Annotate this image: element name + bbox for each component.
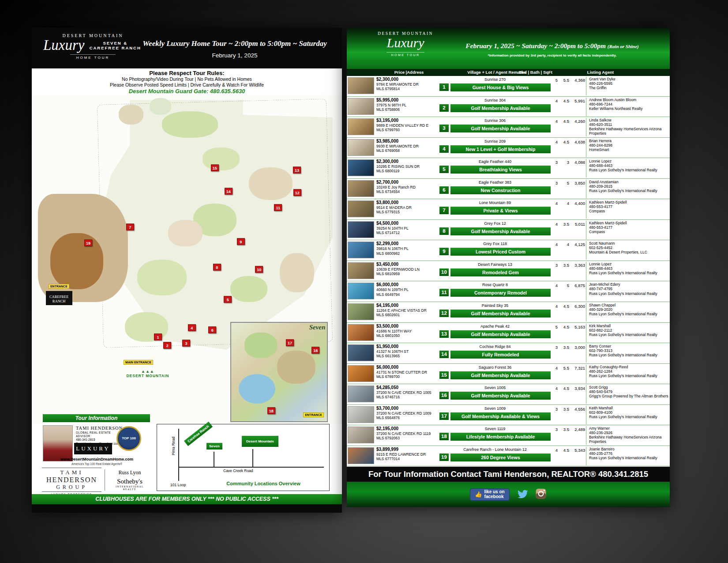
desert-mountain-box: Desert Mountain [242,436,278,447]
listing-photo [348,303,374,320]
listing-bath: 4.5 [558,386,569,391]
listing-remark-banner: Breathtaking Views [450,166,551,174]
listing-photo [348,200,374,217]
listing-mls: MLS 6758806 [376,107,439,112]
listing-village: Lone Mountain 89 [439,200,551,205]
listing-stats: 3 3 4,088 [551,159,586,165]
entrance-label-west: ENTRANCE [49,284,69,289]
listing-remark-banner: Lifestyle Membership Available [450,433,551,441]
listing-remark-banner: Golf Membership Available [450,371,551,379]
road-stem [252,449,253,467]
listing-brokerage: Russ Lyon Sotheby's International Realty [589,374,670,378]
listing-brokerage: Russ Lyon Sotheby's International Realty [589,168,670,172]
map-marker: 11 [274,204,282,211]
tour-stop-number: 13 [439,330,449,338]
listing-bed: 5 [551,325,558,329]
thumbs-up-icon: 👍 [475,491,482,498]
seven-logo: Seven [309,324,326,331]
listing-address: 10295 E RISING SUN DR [376,164,439,169]
listing-agent-phone: 480-226-5595 [589,81,670,86]
listing-mls: MLS 6795814 [376,87,439,91]
brand-logo: DESERT MOUNTAIN Luxury SEVEN & CAREFREE … [43,33,143,60]
listing-stats: 4 4.5 4,260 [551,118,586,124]
carefree-ranch-box: Carefree Ranch [184,422,213,446]
mountain-trees-icon: ▲▲▲ [126,370,169,374]
listing-agent-phone: 480-696-7244 [589,102,670,106]
listing-sqft: 4,400 [569,201,585,206]
listing-price: $4,195,000 [376,303,439,308]
map-marker: 1 [154,334,162,340]
listing-stats: 3 3.5 3,000 [551,344,586,350]
map-marker: 9 [237,238,245,245]
seven-inset-map: Seven [230,322,328,422]
listing-sqft: 5,163 [569,325,585,329]
listing-address: 37200 N CAVE CREEK RD 1005 [376,390,439,395]
map-golf-area [230,276,267,302]
listing-photo [348,406,374,423]
listing-mls: MLS 6802601 [376,313,439,317]
listing-remark-banner: Golf Membership Available [450,330,551,338]
listing-row: $4,195,000 11264 E APACHE VISTAS DR MLS … [347,302,670,323]
listing-address: 37200 N CAVE CREEK RD 1009 [376,411,439,416]
listing-agent-name: Joanie Barreiro [589,447,670,451]
listing-agent-phone: 602-790-3313 [589,348,670,353]
seven-box: Seven [206,443,222,450]
tami-henderson-group-logo: TAMI HENDERSON GROUP LUXURY PROPERTIES [42,468,101,495]
listing-sqft: 6,300 [569,304,585,309]
table-header-row: Price |Address Village + Lot / Agent Rem… [347,69,670,76]
listing-bed: 4 [551,366,558,370]
listing-village: Saguaro Forest 36 [439,365,551,370]
listing-row: $3,899,999 9215 E RED LAWRENCE DR MLS 67… [347,446,670,467]
tour-stop-number: 9 [439,248,449,255]
listing-brokerage: Russ Lyon Sotheby's International Realty [589,353,670,357]
brand-logo: DESERT MOUNTAIN Luxury HOME TOUR [368,31,443,58]
listing-price: $2,300,000 [376,159,439,164]
tour-date-line: February 1, 2025 ~ Saturday ~ 2:00pm to … [437,42,667,50]
agent-website-link[interactable]: www.DesertMountainDreamHome.com [43,457,151,461]
listing-agent-name: Grant Van Dyke [589,77,670,81]
listing-bath: 5.5 [558,366,569,370]
facebook-badge[interactable]: 👍 like us on facebook [470,488,509,501]
listing-price: $2,195,000 [376,426,439,431]
listing-mls: MLS 6746716 [376,395,439,399]
listing-sqft: 4,088 [569,160,585,165]
listing-agent-name: Keith Marshall [589,406,670,410]
listings-table: $2,300,000 9784 E MIRAMONTE DR MLS 67958… [347,76,670,467]
listing-stats: 4 4.5 6,300 [551,303,586,309]
listing-village: Desert Fairways 13 [439,262,551,267]
brand-home-tour: HOME TOUR [70,54,116,60]
community-locations-box: Pima Road Carefree Ranch Seven Desert Mo… [157,424,330,491]
column-listing-agent: Listing Agent [567,70,634,75]
listing-mls: MLS 6792063 [376,436,439,440]
listing-address: 10639 E FERNWOOD LN [376,267,439,272]
listing-stats: 4 4.5 3,934 [551,385,586,391]
tour-stop-number: 12 [439,310,449,317]
listing-bath: 4.5 [558,140,569,144]
listing-address: 11264 E APACHE VISTAS DR [376,308,439,313]
listing-village: Apache Peak 42 [439,324,551,329]
listing-sqft: 5,343 [569,448,585,453]
map-lone-mountain-area [50,233,103,289]
listing-brokerage: Russ Lyon Sotheby's International Realty [589,415,670,419]
instagram-icon[interactable] [535,488,547,501]
listing-photo [348,118,374,135]
facebook-label-2: facebook [484,494,504,499]
listing-bath: 5.5 [558,78,569,83]
twitter-icon[interactable] [516,488,529,501]
road-stem [214,452,214,467]
map-marker: 19 [84,240,92,246]
listing-sqft: 5,011 [569,222,585,227]
listing-stats: 4 4.5 5,991 [551,98,586,103]
listing-price: $1,950,000 [376,344,439,349]
listing-row: $2,195,000 37200 N CAVE CREEK RD 1119 ML… [347,425,670,446]
map-marker: 5 [224,296,232,303]
listing-stats: 4 4 4,400 [551,200,586,206]
listing-remark-banner: Fully Remodeled [450,351,551,359]
listing-village: Seven 1009 [439,406,551,411]
map-marker: 7 [126,223,134,230]
listing-address: 41327 N 106TH ST [376,349,439,354]
luxury-logo: LUXURY [74,443,112,454]
listing-bed: 4 [551,119,558,124]
tour-stop-number: 8 [439,227,449,235]
rules-line-2: Please Observe Posted Speed Limits | Dri… [32,82,342,88]
